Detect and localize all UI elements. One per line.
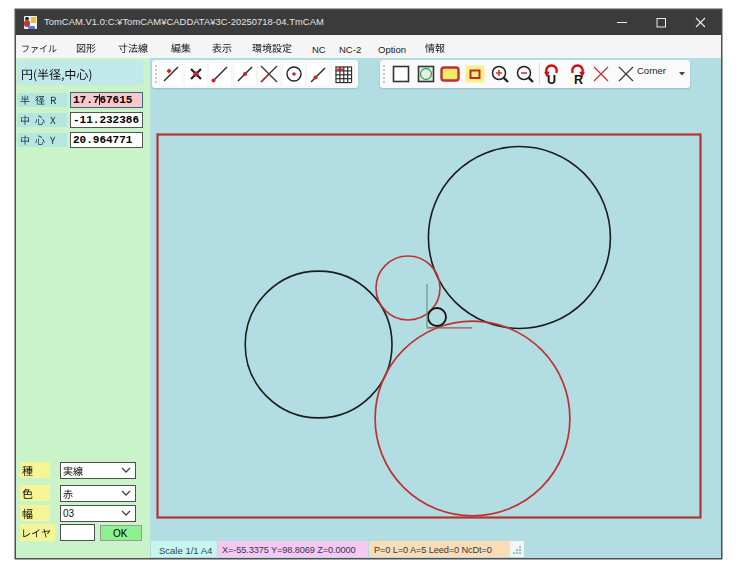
- svg-text:R: R: [574, 73, 583, 87]
- svg-text:U: U: [547, 73, 556, 87]
